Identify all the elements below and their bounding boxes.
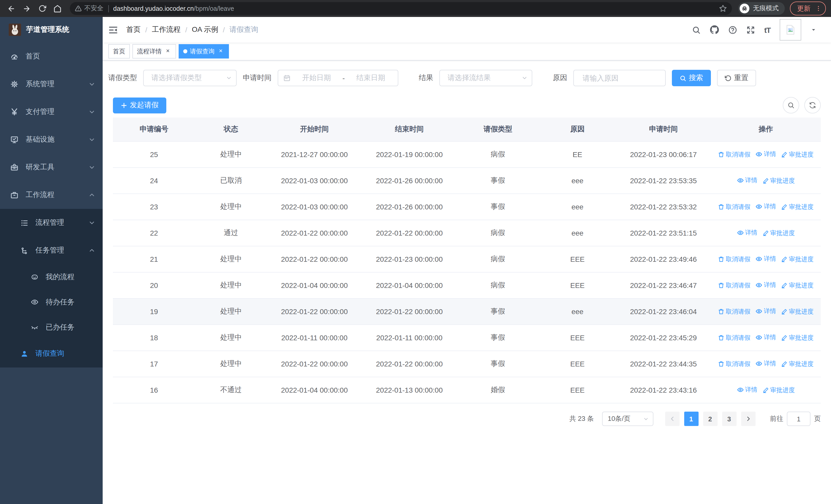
- person-icon: [21, 350, 28, 357]
- page-button-1[interactable]: 1: [684, 412, 698, 426]
- goto-page-input[interactable]: [787, 412, 810, 426]
- action-detail-link[interactable]: 详情: [737, 228, 757, 237]
- sidebar-item-infrastructure[interactable]: 基础设施: [0, 126, 103, 153]
- fullscreen-icon[interactable]: [746, 25, 755, 34]
- sidebar-item-devtools[interactable]: 研发工具: [0, 153, 103, 181]
- action-detail-link[interactable]: 详情: [755, 333, 776, 342]
- tab-home[interactable]: 首页: [108, 44, 130, 59]
- page-button-2[interactable]: 2: [703, 412, 717, 426]
- sidebar-item-todo-tasks[interactable]: 待办任务: [0, 290, 103, 315]
- github-icon[interactable]: [710, 25, 719, 34]
- cell-end: 2022-01-26 00:00:00: [362, 168, 457, 194]
- action-progress-link[interactable]: 审批进度: [781, 307, 813, 316]
- tab-process-detail[interactable]: 流程详情×: [133, 44, 176, 59]
- cell-type: 事假: [457, 298, 539, 325]
- page-size-select[interactable]: 10条/页: [602, 412, 653, 426]
- action-cancel-link[interactable]: 取消请假: [718, 255, 750, 264]
- show-search-button[interactable]: [783, 97, 799, 113]
- breadcrumb-oa-example[interactable]: OA 示例: [192, 25, 219, 34]
- action-detail-link[interactable]: 详情: [755, 281, 776, 290]
- action-cancel-link[interactable]: 取消请假: [718, 359, 750, 368]
- leave-type-label: 请假类型: [108, 73, 137, 83]
- chevron-down-icon: [89, 81, 95, 87]
- cell-start: 2022-01-03 00:00:00: [267, 194, 362, 220]
- col-header-id: 申请编号: [113, 118, 195, 141]
- back-button[interactable]: [5, 2, 18, 14]
- action-progress-link[interactable]: 审批进度: [781, 333, 813, 342]
- next-page-button[interactable]: [741, 412, 755, 426]
- action-progress-link[interactable]: 审批进度: [781, 359, 813, 368]
- action-progress-link[interactable]: 审批进度: [781, 281, 813, 290]
- search-icon[interactable]: [692, 25, 700, 34]
- action-detail-link[interactable]: 详情: [755, 307, 776, 316]
- list-tree-icon: [21, 219, 28, 227]
- action-progress-link[interactable]: 审批进度: [763, 386, 795, 394]
- cell-actions: 取消请假详情审批进度: [711, 272, 821, 298]
- close-icon[interactable]: ×: [217, 48, 224, 55]
- action-progress-link[interactable]: 审批进度: [763, 229, 795, 237]
- leave-type-select[interactable]: 请选择请假类型: [143, 70, 237, 86]
- action-detail-link[interactable]: 详情: [737, 176, 757, 185]
- tab-leave-query[interactable]: 请假查询×: [179, 44, 229, 59]
- url-bar[interactable]: 不安全 dashboard.yudao.iocoder.cn/bpm/oa/le…: [70, 2, 732, 15]
- result-select[interactable]: 请选择流结果: [439, 70, 532, 86]
- reload-button[interactable]: [36, 2, 48, 14]
- fold-sidebar-icon[interactable]: [108, 25, 118, 35]
- chevron-down-icon: [89, 164, 95, 170]
- org-tree-icon: [21, 247, 28, 254]
- action-cancel-link[interactable]: 取消请假: [718, 333, 750, 342]
- sidebar-item-process-mgmt[interactable]: 流程管理: [0, 209, 103, 237]
- reason-input[interactable]: [581, 73, 658, 83]
- create-leave-button[interactable]: 发起请假: [113, 97, 166, 113]
- action-detail-link[interactable]: 详情: [755, 359, 776, 368]
- close-icon[interactable]: ×: [164, 48, 171, 55]
- action-progress-link[interactable]: 审批进度: [781, 255, 813, 264]
- action-cancel-link[interactable]: 取消请假: [718, 150, 750, 159]
- date-start-input[interactable]: 开始日期: [295, 73, 338, 83]
- update-button[interactable]: 更新: [790, 2, 826, 16]
- page-button-3[interactable]: 3: [722, 412, 736, 426]
- sidebar-item-workflow[interactable]: 工作流程: [0, 181, 103, 209]
- action-cancel-link[interactable]: 取消请假: [718, 203, 750, 211]
- sidebar-item-home[interactable]: 首页: [0, 42, 103, 70]
- action-cancel-link[interactable]: 取消请假: [718, 307, 750, 316]
- caret-down-icon[interactable]: [810, 27, 816, 33]
- breadcrumb-home[interactable]: 首页: [126, 25, 141, 34]
- cell-end: 2022-01-23 00:00:00: [362, 246, 457, 272]
- refresh-table-button[interactable]: [804, 97, 821, 113]
- action-detail-link[interactable]: 详情: [737, 385, 757, 394]
- cell-id: 23: [113, 194, 195, 220]
- avatar[interactable]: [780, 19, 801, 40]
- sidebar-item-payment[interactable]: 支付管理: [0, 98, 103, 126]
- action-detail-link[interactable]: 详情: [755, 255, 776, 263]
- action-cancel-link[interactable]: 取消请假: [718, 281, 750, 290]
- action-progress-link[interactable]: 审批进度: [781, 203, 813, 211]
- date-end-input[interactable]: 结束日期: [349, 73, 393, 83]
- cell-type: 婚假: [457, 377, 539, 403]
- forward-button[interactable]: [21, 2, 33, 14]
- cell-end: 2022-01-22 00:00:00: [362, 298, 457, 325]
- breadcrumb-workflow[interactable]: 工作流程: [152, 25, 181, 34]
- sidebar-item-leave-query[interactable]: 请假查询: [0, 340, 103, 367]
- reset-button[interactable]: 重置: [717, 70, 756, 86]
- sidebar-item-my-process[interactable]: 我的流程: [0, 264, 103, 290]
- cell-end: 2022-01-22 00:00:00: [362, 220, 457, 246]
- kebab-menu-icon[interactable]: [815, 5, 822, 12]
- bookmark-star-icon[interactable]: [719, 5, 727, 12]
- sidebar: 芋道管理系统 首页 系统管理 支付管理: [0, 17, 103, 504]
- back-icon: [7, 4, 16, 12]
- action-progress-link[interactable]: 审批进度: [763, 176, 795, 185]
- search-button[interactable]: 搜索: [672, 70, 711, 86]
- action-detail-link[interactable]: 详情: [755, 150, 776, 158]
- table-row: 24已取消2022-01-03 00:00:002022-01-26 00:00…: [113, 168, 821, 194]
- sidebar-item-system[interactable]: 系统管理: [0, 70, 103, 98]
- sidebar-item-task-mgmt[interactable]: 任务管理: [0, 237, 103, 264]
- font-size-icon[interactable]: tT: [764, 25, 770, 34]
- sidebar-item-done-tasks[interactable]: 已办任务: [0, 315, 103, 340]
- apply-time-range-picker[interactable]: 开始日期 - 结束日期: [278, 70, 398, 86]
- action-progress-link[interactable]: 审批进度: [781, 150, 813, 159]
- action-detail-link[interactable]: 详情: [755, 202, 776, 211]
- help-icon[interactable]: [728, 25, 737, 34]
- prev-page-button[interactable]: [665, 412, 679, 426]
- home-button[interactable]: [51, 2, 64, 14]
